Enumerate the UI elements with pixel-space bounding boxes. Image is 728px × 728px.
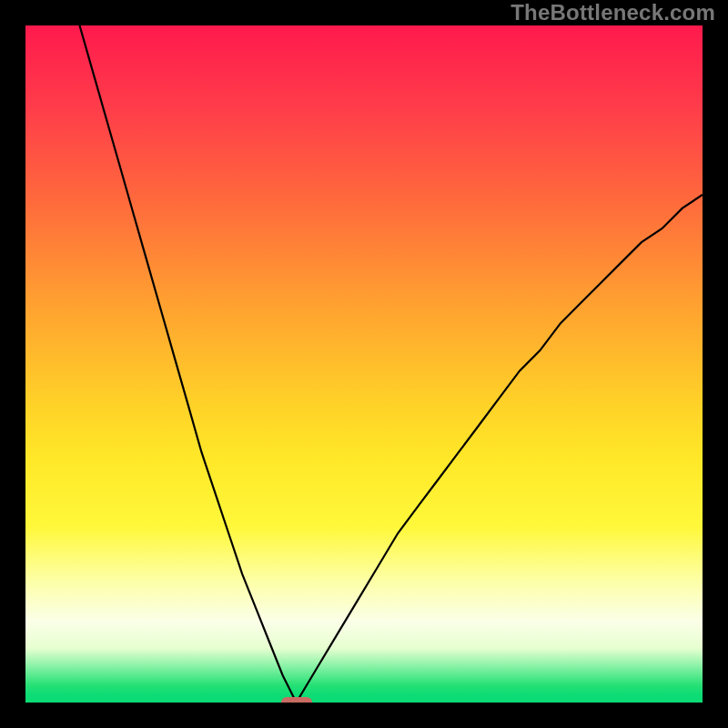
optimal-marker bbox=[281, 697, 312, 703]
plot-area bbox=[25, 25, 703, 703]
bottleneck-curve bbox=[25, 25, 703, 703]
curve-path bbox=[80, 25, 703, 703]
watermark-text: TheBottleneck.com bbox=[511, 0, 715, 25]
chart-canvas: TheBottleneck.com bbox=[0, 0, 728, 728]
